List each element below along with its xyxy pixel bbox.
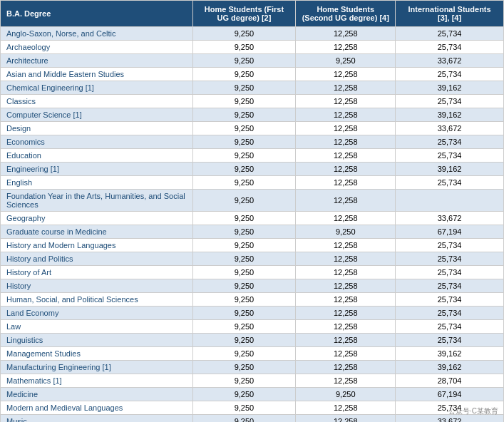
table-row: Geography9,25012,25833,672 <box>1 212 504 225</box>
table-row: Foundation Year in the Arts, Humanities,… <box>1 190 504 212</box>
home-second-cell: 12,258 <box>296 41 396 54</box>
home-first-cell: 9,250 <box>192 95 296 108</box>
international-cell: 25,734 <box>396 135 504 149</box>
table-row: Manufacturing Engineering [1]9,25012,258… <box>1 361 504 374</box>
international-cell: 25,734 <box>396 176 504 190</box>
degree-cell: Modern and Medieval Languages <box>1 401 193 415</box>
international-cell: 25,734 <box>396 320 504 334</box>
home-first-cell: 9,250 <box>192 122 296 135</box>
home-second-cell: 12,258 <box>296 266 396 279</box>
degree-cell: Archaeology <box>1 41 193 54</box>
table-row: History and Modern Languages9,25012,2582… <box>1 239 504 252</box>
international-cell: 39,162 <box>396 361 504 374</box>
degree-cell: Chemical Engineering [1] <box>1 81 193 95</box>
table-row: History and Politics9,25012,25825,734 <box>1 252 504 266</box>
table-row: Modern and Medieval Languages9,25012,258… <box>1 401 504 415</box>
international-cell: 33,672 <box>396 122 504 135</box>
watermark-text: 公众号·C某教育 <box>448 406 498 416</box>
table-row: Computer Science [1]9,25012,25839,162 <box>1 108 504 122</box>
col-header-home-first: Home Students (First UG degree) [2] <box>192 1 296 27</box>
degree-cell: History and Modern Languages <box>1 239 193 252</box>
home-second-cell: 9,250 <box>296 54 396 68</box>
international-cell: 28,704 <box>396 374 504 388</box>
home-second-cell: 12,258 <box>296 176 396 190</box>
home-first-cell: 9,250 <box>192 149 296 163</box>
home-first-cell: 9,250 <box>192 225 296 239</box>
home-second-cell: 12,258 <box>296 293 396 307</box>
international-cell: 25,734 <box>396 239 504 252</box>
table-row: Classics9,25012,25825,734 <box>1 95 504 108</box>
home-second-cell: 12,258 <box>296 239 396 252</box>
home-second-cell: 12,258 <box>296 81 396 95</box>
degree-cell: Architecture <box>1 54 193 68</box>
international-cell: 25,734 <box>396 68 504 81</box>
home-second-cell: 12,258 <box>296 212 396 225</box>
international-cell: 39,162 <box>396 347 504 361</box>
international-cell: 39,162 <box>396 163 504 176</box>
home-first-cell: 9,250 <box>192 239 296 252</box>
degree-cell: Geography <box>1 212 193 225</box>
home-second-cell: 12,258 <box>296 68 396 81</box>
home-first-cell: 9,250 <box>192 81 296 95</box>
home-first-cell: 9,250 <box>192 252 296 266</box>
home-second-cell: 12,258 <box>296 190 396 212</box>
table-row: Archaeology9,25012,25825,734 <box>1 41 504 54</box>
home-second-cell: 9,250 <box>296 388 396 401</box>
home-first-cell: 9,250 <box>192 176 296 190</box>
table-row: Economics9,25012,25825,734 <box>1 135 504 149</box>
home-second-cell: 12,258 <box>296 415 396 423</box>
degree-cell: Music <box>1 415 193 423</box>
table-row: Management Studies9,25012,25839,162 <box>1 347 504 361</box>
international-cell: 25,734 <box>396 279 504 293</box>
home-first-cell: 9,250 <box>192 266 296 279</box>
home-second-cell: 12,258 <box>296 27 396 41</box>
degree-cell: History <box>1 279 193 293</box>
degree-cell: Medicine <box>1 388 193 401</box>
degree-cell: Graduate course in Medicine <box>1 225 193 239</box>
international-cell: 25,734 <box>396 149 504 163</box>
home-second-cell: 12,258 <box>296 122 396 135</box>
international-cell: 25,734 <box>396 334 504 347</box>
home-second-cell: 12,258 <box>296 334 396 347</box>
home-first-cell: 9,250 <box>192 212 296 225</box>
home-second-cell: 12,258 <box>296 149 396 163</box>
table-row: Asian and Middle Eastern Studies9,25012,… <box>1 68 504 81</box>
degree-cell: Human, Social, and Political Sciences <box>1 293 193 307</box>
home-first-cell: 9,250 <box>192 108 296 122</box>
home-second-cell: 12,258 <box>296 401 396 415</box>
degree-cell: Computer Science [1] <box>1 108 193 122</box>
international-cell: 33,672 <box>396 54 504 68</box>
table-row: Chemical Engineering [1]9,25012,25839,16… <box>1 81 504 95</box>
table-row: History9,25012,25825,734 <box>1 279 504 293</box>
degree-cell: Economics <box>1 135 193 149</box>
home-first-cell: 9,250 <box>192 54 296 68</box>
table-row: Human, Social, and Political Sciences9,2… <box>1 293 504 307</box>
degree-cell: English <box>1 176 193 190</box>
home-first-cell: 9,250 <box>192 293 296 307</box>
col-header-degree: B.A. Degree <box>1 1 193 27</box>
international-cell: 33,672 <box>396 212 504 225</box>
col-header-international: International Students [3], [4] <box>396 1 504 27</box>
home-first-cell: 9,250 <box>192 27 296 41</box>
table-row: Mathematics [1]9,25012,25828,704 <box>1 374 504 388</box>
degree-cell: Land Economy <box>1 307 193 320</box>
degree-cell: Law <box>1 320 193 334</box>
col-header-home-second: Home Students (Second UG degree) [4] <box>296 1 396 27</box>
table-row: Anglo-Saxon, Norse, and Celtic9,25012,25… <box>1 27 504 41</box>
degree-cell: Manufacturing Engineering [1] <box>1 361 193 374</box>
degree-cell: Asian and Middle Eastern Studies <box>1 68 193 81</box>
home-second-cell: 9,250 <box>296 225 396 239</box>
degree-cell: Linguistics <box>1 334 193 347</box>
home-second-cell: 12,258 <box>296 347 396 361</box>
home-second-cell: 12,258 <box>296 163 396 176</box>
international-cell: 39,162 <box>396 81 504 95</box>
degree-cell: Foundation Year in the Arts, Humanities,… <box>1 190 193 212</box>
home-first-cell: 9,250 <box>192 163 296 176</box>
home-second-cell: 12,258 <box>296 279 396 293</box>
international-cell: 67,194 <box>396 388 504 401</box>
international-cell: 25,734 <box>396 27 504 41</box>
degree-cell: Management Studies <box>1 347 193 361</box>
home-first-cell: 9,250 <box>192 334 296 347</box>
home-first-cell: 9,250 <box>192 307 296 320</box>
home-second-cell: 12,258 <box>296 135 396 149</box>
